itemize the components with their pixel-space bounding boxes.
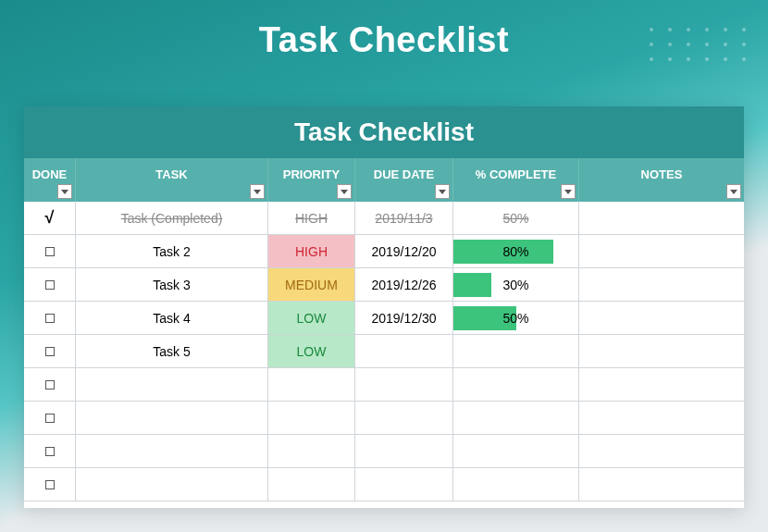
cell-priority[interactable] [268,468,355,501]
pct-text: 50% [502,211,528,226]
cell-done[interactable] [24,335,76,367]
col-header-label: TASK [155,167,187,181]
cell-due[interactable] [355,368,453,401]
checkbox-empty-icon [45,414,55,423]
cell-complete[interactable] [453,435,579,467]
table-row[interactable] [24,368,744,402]
cell-task[interactable] [76,402,268,434]
cell-complete[interactable] [453,468,579,501]
task-text: Task 5 [153,344,190,359]
cell-due[interactable]: 2019/11/3 [355,202,453,234]
cell-complete[interactable]: 50% [453,302,579,334]
cell-complete[interactable]: 50% [453,202,579,234]
cell-due[interactable]: 2019/12/20 [355,235,453,267]
cell-task[interactable]: Task 4 [76,302,268,334]
col-header-notes: NOTES [579,158,744,202]
cell-priority[interactable]: LOW [268,335,355,367]
cell-priority[interactable] [268,368,355,401]
cell-notes[interactable] [579,435,744,467]
cell-due[interactable] [355,335,453,367]
cell-priority[interactable]: MEDIUM [268,268,355,301]
cell-notes[interactable] [579,302,744,334]
priority-badge: LOW [268,302,354,334]
cell-done[interactable] [24,235,76,267]
header-row: DONE TASK PRIORITY DUE DATE % COMPLETE N… [24,158,744,202]
due-text: 2019/12/26 [371,278,436,292]
table-row[interactable]: Task 3MEDIUM2019/12/2630% [24,268,744,302]
checkbox-empty-icon [45,247,55,256]
cell-done[interactable] [24,435,76,467]
cell-task[interactable] [76,435,268,467]
cell-done[interactable] [24,302,76,334]
cell-task[interactable]: Task 3 [76,268,268,301]
cell-done[interactable]: √ [24,202,76,234]
filter-button-notes[interactable] [726,184,741,199]
cell-task[interactable] [76,468,268,501]
cell-due[interactable] [355,435,453,467]
pct-text: 50% [453,311,578,326]
cell-notes[interactable] [579,235,744,267]
cell-notes[interactable] [579,202,744,234]
cell-task[interactable]: Task 5 [76,335,268,367]
filter-button-done[interactable] [57,184,72,199]
task-text: Task (Completed) [121,211,223,226]
cell-due[interactable] [355,402,453,434]
task-text: Task 3 [153,278,190,292]
cell-complete[interactable] [453,402,579,434]
due-text: 2019/12/20 [371,244,436,259]
col-header-label: % COMPLETE [476,167,556,181]
cell-task[interactable]: Task (Completed) [76,202,268,234]
cell-done[interactable] [24,368,76,401]
cell-task[interactable] [76,368,268,401]
table-row[interactable] [24,468,744,501]
pct-text: 30% [453,278,578,292]
cell-complete[interactable]: 30% [453,268,579,301]
task-text: Task 2 [153,244,190,259]
cell-done[interactable] [24,402,76,434]
table-row[interactable]: √Task (Completed)HIGH2019/11/350% [24,202,744,235]
cell-due[interactable]: 2019/12/30 [355,302,453,334]
cell-notes[interactable] [579,335,744,367]
cell-priority[interactable]: HIGH [268,202,355,234]
cell-notes[interactable] [579,268,744,301]
col-header-label: NOTES [641,167,683,181]
cell-complete[interactable]: 80% [453,235,579,267]
cell-priority[interactable] [268,435,355,467]
check-icon: √ [45,208,55,228]
cell-notes[interactable] [579,368,744,401]
due-text: 2019/11/3 [375,211,432,226]
task-text: Task 4 [153,311,190,326]
filter-button-due[interactable] [435,184,450,199]
checkbox-empty-icon [45,314,55,323]
checkbox-empty-icon [45,347,55,356]
filter-button-complete[interactable] [561,184,576,199]
progress-bar: 80% [453,240,578,264]
cell-due[interactable]: 2019/12/26 [355,268,453,301]
checkbox-empty-icon [45,380,55,390]
cell-notes[interactable] [579,468,744,501]
cell-complete[interactable] [453,368,579,401]
priority-badge: HIGH [268,235,354,267]
decorative-dots [650,28,749,61]
cell-notes[interactable] [579,402,744,434]
table-row[interactable]: Task 4LOW2019/12/3050% [24,302,744,335]
cell-done[interactable] [24,468,76,501]
col-header-task: TASK [76,158,268,202]
col-header-due: DUE DATE [355,158,453,202]
cell-complete[interactable] [453,335,579,367]
filter-button-priority[interactable] [337,184,352,199]
spreadsheet: Task Checklist DONE TASK PRIORITY DUE DA… [24,106,744,508]
table-row[interactable]: Task 2HIGH2019/12/2080% [24,235,744,268]
cell-priority[interactable]: LOW [268,302,355,334]
cell-priority[interactable]: HIGH [268,235,355,267]
table-row[interactable]: Task 5LOW [24,335,744,368]
cell-due[interactable] [355,468,453,501]
cell-priority[interactable] [268,402,355,434]
cell-done[interactable] [24,268,76,301]
table-row[interactable] [24,402,744,435]
filter-button-task[interactable] [250,184,265,199]
checkbox-empty-icon [45,447,55,456]
table-row[interactable] [24,435,744,468]
priority-badge: LOW [268,335,354,367]
cell-task[interactable]: Task 2 [76,235,268,267]
